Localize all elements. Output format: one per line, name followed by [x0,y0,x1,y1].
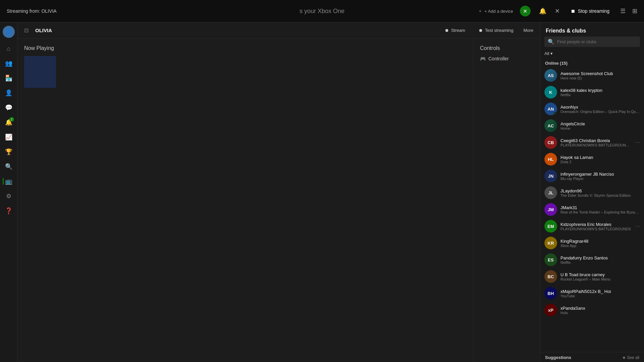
content-left: Now Playing [17,39,473,362]
friend-status: Netflix [560,93,640,97]
sidebar-item-streaming[interactable]: 📺 [3,175,15,187]
friend-item[interactable]: CBCeegii63 Christian BorelaPLAYERUNKNOWN… [540,134,644,151]
friend-item[interactable]: HLHayok sa LamanDota 2 [540,151,644,168]
controller-item[interactable]: 🎮 Controller [480,56,533,61]
friend-item[interactable]: EMKidzophrenia Eric MoralesPLAYERUNKNOWN… [540,218,644,235]
sidebar-item-store[interactable]: 🏪 [3,72,15,84]
friend-action-icon[interactable]: ⋯ [635,140,640,145]
sidebar-item-trending[interactable]: 📈 [3,131,15,143]
friend-item[interactable]: ASAwesome Screenshot ClubHere now (5) [540,67,644,84]
friend-avatar: BH [544,287,557,300]
device-bar: ⊡ OLIVIA ⏺ Stream ⏺ Test streaming More [17,22,540,39]
friend-avatar: K [544,86,557,99]
friend-avatar: AS [544,69,557,82]
friend-item[interactable]: ESPandafurry Enzo SantosNetflix [540,251,644,268]
friend-username: kalex08 kalex krypton [560,88,640,93]
friend-username: xPandaSanx [560,306,640,311]
controls-panel: Controls 🎮 Controller [473,39,540,362]
xbox-logo-icon: ✕ [520,6,531,16]
controls-title: Controls [480,45,533,51]
stream-button[interactable]: ⏺ Stream [441,26,469,34]
friend-avatar: HL [544,153,557,166]
filter-all-button[interactable]: All ▾ [544,51,553,56]
left-sidebar: 👤 ⌂ 👥 🏪 👤 💬 🔔 2 📈 🏆 🔍 📺 ⚙ ❓ [0,22,17,362]
friends-panel: Friends & clubs 🔍 All ▾ Online (15) ASAw… [540,22,644,362]
sidebar-item-profile[interactable]: 👤 [3,87,15,99]
device-name: OLIVIA [35,27,435,33]
friend-avatar: CB [544,136,557,149]
test-streaming-button[interactable]: ⏺ Test streaming [475,26,517,34]
friends-list: ASAwesome Screenshot ClubHere now (5)Kka… [540,67,644,352]
friend-action-icon[interactable]: ⋯ [635,224,640,229]
friend-status: Home [560,126,640,130]
friend-info: Kidzophrenia Eric MoralesPLAYERUNKNOWN'S… [560,222,632,231]
friend-username: AeonNyx [560,105,640,110]
friend-item[interactable]: Kkalex08 kalex kryptonNetflix [540,84,644,101]
friend-item[interactable]: BCU B Toad bruce carneyRocket League® – … [540,268,644,285]
friend-username: AngelsCircle [560,121,640,126]
friend-item[interactable]: KRKingRagnar48Xbox App [540,235,644,251]
content-area: ⊡ OLIVIA ⏺ Stream ⏺ Test streaming More … [17,22,540,362]
add-device-button[interactable]: ＋ + Add a device [478,8,513,14]
sidebar-item-feedback[interactable]: ❓ [3,205,15,217]
friend-item[interactable]: JMJMark31Rise of the Tomb Raider – Explo… [540,201,644,218]
friend-username: U B Toad bruce carney [560,272,640,277]
friend-info: U B Toad bruce carneyRocket League® – Ma… [560,272,640,281]
friend-status: YouTube [560,294,640,298]
friends-panel-title: Friends & clubs [540,22,644,37]
friend-info: Pandafurry Enzo SantosNetflix [560,255,640,264]
sidebar-item-search[interactable]: 🔍 [3,161,15,173]
streaming-label: Streaming from: OLIVIA [7,8,57,14]
friend-status: Overwatch: Origins Edition – Quick Play … [560,110,640,114]
friend-info: Hayok sa LamanDota 2 [560,155,640,164]
friend-item[interactable]: BHxMajoRPaiN5012x B_ HoiYouTube [540,285,644,302]
friend-item[interactable]: JLJLaydon96The Elder Scrolls V: Skyrim S… [540,184,644,201]
friend-info: AeonNyxOverwatch: Origins Edition – Quic… [560,105,640,114]
more-button[interactable]: More [523,28,533,33]
sidebar-item-achievements[interactable]: 🏆 [3,146,15,158]
friend-info: infinyerongamer JB NarcisoBlu-ray Player [560,172,640,181]
search-box[interactable]: 🔍 [544,37,640,47]
gamepad-button[interactable]: ⊞ [632,7,637,15]
chevron-down-icon: ▾ [550,51,553,56]
friend-item[interactable]: ANAeonNyxOverwatch: Origins Edition – Qu… [540,101,644,117]
sidebar-item-settings[interactable]: ⚙ [3,190,15,202]
friend-username: JLaydon96 [560,188,640,193]
friend-status: Blu-ray Player [560,177,640,181]
friend-info: xMajoRPaiN5012x B_ HoiYouTube [560,289,640,298]
friend-username: Ceegii63 Christian Borela [560,138,632,143]
controller-icon: 🎮 [480,56,486,61]
friend-info: JLaydon96The Elder Scrolls V: Skyrim Spe… [560,188,640,197]
hamburger-menu-button[interactable]: ☰ [620,7,626,15]
friend-avatar: ES [544,253,557,266]
sidebar-item-home[interactable]: ⌂ [3,43,15,55]
page-title: s your Xbox One [300,8,344,15]
close-button[interactable]: ✕ [555,7,560,15]
online-dot [554,112,557,115]
friend-info: kalex08 kalex kryptonNetflix [560,88,640,97]
friend-avatar: JL [544,186,557,199]
friend-status: Xbox App [560,244,640,248]
search-input[interactable] [557,39,637,44]
friend-avatar: AN [544,103,557,115]
user-avatar[interactable]: 👤 [3,26,15,38]
add-device-icon: ＋ [478,8,482,14]
suggestions-label: Suggestions [545,355,571,360]
friend-item[interactable]: xPxPandaSanxHulu [540,302,644,318]
notification-button[interactable]: 🔔 [537,6,548,16]
friend-item[interactable]: JNinfinyerongamer JB NarcisoBlu-ray Play… [540,168,644,184]
now-playing-title: Now Playing [24,45,466,51]
sidebar-item-messages[interactable]: 💬 [3,102,15,114]
see-all-button[interactable]: ★ See all [622,355,639,360]
device-icon: ⊡ [24,27,29,34]
sidebar-item-notifications[interactable]: 🔔 2 [3,116,15,128]
friend-status: PLAYERUNKNOWN'S BATTLEGROUNDS – 82 Survi… [560,143,632,147]
stop-streaming-button[interactable]: ⏹ Stop streaming [567,6,613,16]
sidebar-item-social[interactable]: 👥 [3,57,15,69]
stop-icon: ⏹ [571,8,575,14]
main-layout: 👤 ⌂ 👥 🏪 👤 💬 🔔 2 📈 🏆 🔍 📺 ⚙ ❓ ⊡ OLIVIA ⏺ S… [0,22,644,362]
friend-item[interactable]: ACAngelsCircleHome [540,117,644,134]
friend-username: Hayok sa Laman [560,155,640,160]
suggestions-bar: Suggestions ★ See all [540,352,644,362]
friend-username: JMark31 [560,205,640,210]
